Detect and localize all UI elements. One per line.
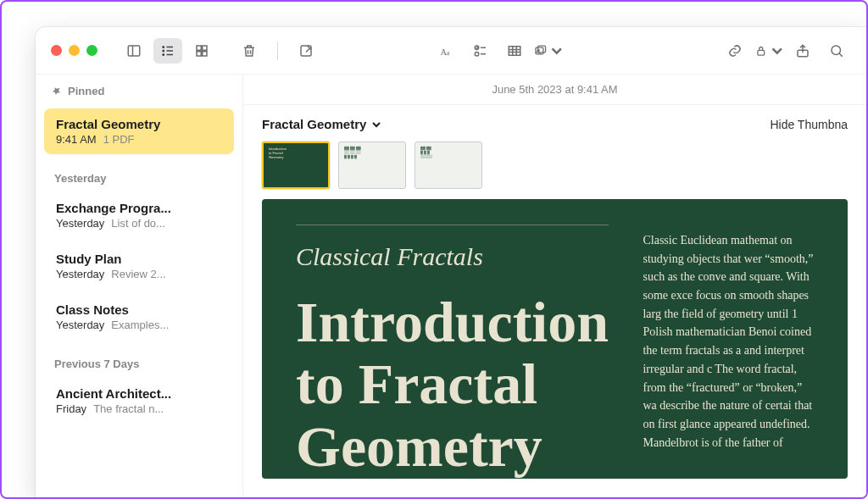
svg-point-4 xyxy=(163,50,164,52)
pdf-title: Fractal Geometry xyxy=(262,117,366,131)
search-icon[interactable] xyxy=(822,38,851,64)
pdf-thumbnails: Introductionto FractalGeometry ▓▓ ▓▓ ▓▓░… xyxy=(243,138,866,199)
lock-icon[interactable] xyxy=(754,38,783,64)
svg-rect-0 xyxy=(128,46,140,56)
pdf-title-block: Classical Fractals Introduction to Fract… xyxy=(296,225,609,453)
svg-rect-10 xyxy=(197,51,201,55)
compose-icon[interactable] xyxy=(292,38,320,64)
chevron-down-icon xyxy=(371,119,381,130)
chevron-down-icon xyxy=(550,43,564,58)
note-time: Yesterday xyxy=(56,268,104,280)
toolbar-separator xyxy=(277,42,278,60)
pdf-thumbnail-2[interactable]: ▓▓ ▓▓ ▓▓░░ ░░ ░░▓ ▓ ▓ ▓ xyxy=(338,141,406,189)
hide-thumbnails-button[interactable]: Hide Thumbna xyxy=(770,118,848,131)
checklist-icon[interactable] xyxy=(466,38,495,64)
note-item-pinned[interactable]: Fractal Geometry 9:41 AM 1 PDF xyxy=(44,108,234,154)
date-header: June 5th 2023 at 9:41 AM xyxy=(243,75,866,105)
sidebar-toggle-icon[interactable] xyxy=(120,38,148,64)
share-icon[interactable] xyxy=(788,38,817,64)
svg-rect-8 xyxy=(197,46,201,50)
note-time: Yesterday xyxy=(56,217,104,230)
content-area: Pinned Fractal Geometry 9:41 AM 1 PDF Ye… xyxy=(36,75,866,497)
svg-rect-19 xyxy=(509,46,520,55)
grid-view-icon[interactable] xyxy=(187,38,216,64)
window-controls xyxy=(51,45,97,56)
minimize-button[interactable] xyxy=(69,45,80,56)
group-yesterday: Yesterday xyxy=(36,157,242,190)
note-item[interactable]: Study Plan Yesterday Review 2... xyxy=(44,243,234,289)
svg-point-18 xyxy=(475,52,479,56)
pdf-thumbnail-3[interactable]: ▓▓ ▓▓▓ ▓ ▓░░░░░ xyxy=(415,141,482,189)
note-preview: List of do... xyxy=(111,217,165,230)
pdf-subtitle: Classical Fractals xyxy=(296,242,609,271)
toolbar: Aa xyxy=(36,27,866,75)
pin-icon xyxy=(51,86,62,97)
pdf-header: Fractal Geometry Hide Thumbna xyxy=(243,105,866,138)
pinned-header: Pinned xyxy=(36,75,242,106)
note-title: Ancient Architect... xyxy=(56,386,222,401)
close-button[interactable] xyxy=(51,45,62,56)
note-title: Class Notes xyxy=(56,302,222,317)
note-item[interactable]: Class Notes Yesterday Examples... xyxy=(44,294,234,340)
maximize-button[interactable] xyxy=(86,45,97,56)
svg-text:a: a xyxy=(447,48,450,56)
pdf-thumbnail-1[interactable]: Introductionto FractalGeometry xyxy=(262,141,330,189)
note-title: Study Plan xyxy=(56,252,222,266)
note-preview: Examples... xyxy=(111,319,169,331)
chevron-down-icon xyxy=(771,43,784,58)
pdf-body-text: Classic Euclidean mathemat on studying o… xyxy=(643,225,814,453)
svg-rect-27 xyxy=(758,50,765,55)
text-format-icon[interactable]: Aa xyxy=(432,38,461,64)
note-item[interactable]: Exchange Progra... Yesterday List of do.… xyxy=(44,192,234,238)
svg-rect-11 xyxy=(203,51,207,55)
pdf-viewer[interactable]: Classical Fractals Introduction to Fract… xyxy=(262,199,848,479)
note-time: 9:41 AM xyxy=(56,133,97,146)
svg-point-29 xyxy=(832,46,841,55)
notes-sidebar: Pinned Fractal Geometry 9:41 AM 1 PDF Ye… xyxy=(36,75,243,497)
pdf-main-title: Introduction to Fractal Geometry xyxy=(296,291,609,478)
svg-rect-9 xyxy=(203,46,207,50)
group-previous-7-days: Previous 7 Days xyxy=(36,342,242,375)
pdf-title-dropdown[interactable]: Fractal Geometry xyxy=(262,117,381,131)
pinned-label: Pinned xyxy=(68,85,104,97)
note-time: Friday xyxy=(56,402,86,415)
table-icon[interactable] xyxy=(500,38,529,64)
svg-line-30 xyxy=(839,53,843,57)
list-view-icon[interactable] xyxy=(153,38,182,64)
svg-point-2 xyxy=(163,46,164,47)
app-window: Aa Pinned xyxy=(36,27,866,497)
note-item[interactable]: Ancient Architect... Friday The fractal … xyxy=(44,378,234,424)
link-icon[interactable] xyxy=(721,38,749,64)
note-preview: The fractal n... xyxy=(93,402,164,415)
note-time: Yesterday xyxy=(56,319,104,331)
main-content: June 5th 2023 at 9:41 AM Fractal Geometr… xyxy=(243,75,866,497)
svg-point-6 xyxy=(163,53,164,55)
pdf-divider xyxy=(296,225,609,225)
delete-icon[interactable] xyxy=(235,38,264,64)
note-title: Exchange Progra... xyxy=(56,201,222,215)
media-icon[interactable] xyxy=(534,38,563,64)
note-title: Fractal Geometry xyxy=(56,117,222,131)
note-meta: 1 PDF xyxy=(103,133,135,146)
note-preview: Review 2... xyxy=(111,268,165,280)
